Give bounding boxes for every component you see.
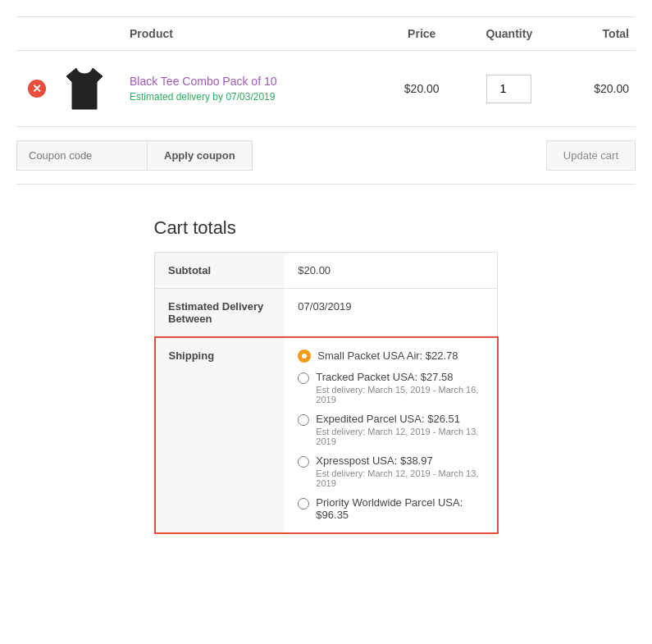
shipping-options-cell: Small Packet USA Air: $22.78 Tracked Pac… [285,337,497,533]
subtotal-label: Subtotal [155,253,285,289]
product-image [64,64,105,113]
shipping-option-0-details: Small Packet USA Air: $22.78 [317,349,458,362]
shipping-option-3-name: Xpresspost USA: $38.97 [316,454,483,467]
cart-totals: Cart totals Subtotal $20.00 Estimated De… [154,217,499,534]
remove-button[interactable]: ✕ [28,80,46,98]
shipping-option-4-name: Priority Worldwide Parcel USA: $96.35 [316,496,483,521]
quantity-input[interactable] [486,75,531,103]
col-header-total: Total [558,17,636,51]
apply-coupon-button[interactable]: Apply coupon [148,140,253,171]
col-header-image [57,17,123,51]
tshirt-icon [64,64,105,113]
product-info-cell: Black Tee Combo Pack of 10 Estimated del… [123,51,383,127]
shipping-option-2-details: Expedited Parcel USA: $26.51 Est deliver… [316,413,483,446]
shipping-option-0-name: Small Packet USA Air: $22.78 [317,349,458,362]
shipping-option-0: Small Packet USA Air: $22.78 [298,349,483,363]
cart-totals-section: Cart totals Subtotal $20.00 Estimated De… [16,217,636,534]
shipping-radio-2[interactable] [298,414,309,426]
delivery-date: Estimated delivery by 07/03/2019 [130,91,376,103]
cart-totals-title: Cart totals [154,217,499,239]
shipping-option-3: Xpresspost USA: $38.97 Est delivery: Mar… [298,454,483,488]
coupon-input[interactable] [16,140,148,171]
shipping-label: Shipping [155,337,285,533]
col-header-quantity: Quantity [461,17,558,51]
shipping-radio-1[interactable] [298,372,309,384]
shipping-option-3-details: Xpresspost USA: $38.97 Est delivery: Mar… [316,454,483,488]
total-cell: $20.00 [558,51,636,127]
delivery-value: 07/03/2019 [285,289,497,338]
product-name-link[interactable]: Black Tee Combo Pack of 10 [130,75,277,88]
shipping-option-1-details: Tracked Packet USA: $27.58 Est delivery:… [316,371,483,404]
shipping-option-3-est: Est delivery: March 12, 2019 - March 13,… [316,468,483,488]
delivery-label: Estimated Delivery Between [155,289,285,338]
subtotal-value: $20.00 [285,253,497,289]
table-row: ✕ Black Tee Combo Pack of 10 Estimated d… [16,51,636,127]
cart-table: Product Price Quantity Total ✕ [16,16,636,127]
coupon-left: Apply coupon [16,140,253,171]
shipping-option-4-details: Priority Worldwide Parcel USA: $96.35 [316,496,483,521]
price-cell: $20.00 [383,51,461,127]
update-cart-button[interactable]: Update cart [546,140,636,171]
col-header-remove [16,17,57,51]
col-header-price: Price [383,17,461,51]
shipping-option-2: Expedited Parcel USA: $26.51 Est deliver… [298,413,483,446]
col-header-product: Product [123,17,383,51]
remove-icon: ✕ [28,80,46,98]
shipping-option-1: Tracked Packet USA: $27.58 Est delivery:… [298,371,483,404]
selected-radio-icon [298,349,311,363]
shipping-options-list: Small Packet USA Air: $22.78 Tracked Pac… [298,349,483,521]
quantity-cell [461,51,558,127]
coupon-row: Apply coupon Update cart [16,127,636,185]
shipping-option-1-name: Tracked Packet USA: $27.58 [316,371,483,383]
shipping-option-1-est: Est delivery: March 15, 2019 - March 16,… [316,385,483,404]
shipping-radio-4[interactable] [298,498,309,509]
shipping-option-2-name: Expedited Parcel USA: $26.51 [316,413,483,425]
shipping-radio-3[interactable] [298,456,309,468]
shipping-option-4: Priority Worldwide Parcel USA: $96.35 [298,496,483,521]
delivery-row: Estimated Delivery Between 07/03/2019 [155,289,498,338]
totals-table: Subtotal $20.00 Estimated Delivery Betwe… [154,252,499,534]
shipping-option-2-est: Est delivery: March 12, 2019 - March 13,… [316,427,483,446]
shipping-row: Shipping Small Packet USA Air: $22.78 [155,337,498,533]
product-image-cell [57,51,123,127]
remove-cell: ✕ [16,51,57,127]
subtotal-row: Subtotal $20.00 [155,253,498,289]
